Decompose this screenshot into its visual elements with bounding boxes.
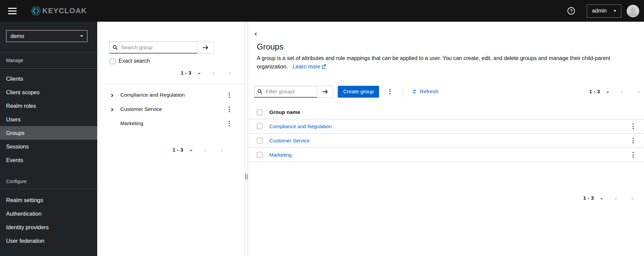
- row-kebab-menu-button[interactable]: [630, 122, 636, 131]
- configure-nav-list: Realm settings Authentication Identity p…: [0, 193, 97, 248]
- group-link-marketing[interactable]: Marketing: [269, 152, 292, 158]
- pagination-menu-toggle[interactable]: [188, 146, 194, 154]
- row-kebab-menu-button[interactable]: [630, 136, 636, 145]
- pagination-prev-button[interactable]: [614, 194, 619, 202]
- row-checkbox[interactable]: [257, 123, 263, 129]
- filter-submit-button[interactable]: [317, 86, 333, 98]
- realm-selector-section: demo: [0, 22, 97, 53]
- chevron-right-icon: [220, 149, 223, 152]
- expand-toggle-button[interactable]: [107, 93, 116, 98]
- table-pagination-top: 1 - 3: [589, 86, 641, 97]
- groups-table: Group name Compliance and Regulation Cus…: [248, 105, 644, 162]
- tree-item-label: Customer Service: [120, 106, 162, 112]
- group-tree-panel: Exact search 1 - 3 Compliance and Regula…: [97, 22, 245, 256]
- chevron-right-icon: [228, 72, 231, 75]
- masthead-right: ? admin: [567, 4, 639, 18]
- row-checkbox[interactable]: [257, 152, 263, 158]
- user-dropdown-label: admin: [592, 8, 607, 14]
- group-search-input[interactable]: [120, 44, 194, 51]
- sidebar-item-groups[interactable]: Groups: [0, 126, 97, 140]
- sidebar-item-identity-providers[interactable]: Identity providers: [0, 220, 97, 234]
- pagination-range: 1 - 3: [172, 147, 183, 153]
- masthead: KEYCLOAK ? admin: [0, 0, 644, 22]
- chevron-down-icon: [80, 35, 83, 37]
- back-button[interactable]: [254, 30, 259, 38]
- tree-item-label: Marketing: [120, 120, 143, 126]
- external-link-icon: [321, 63, 326, 71]
- page-header: Groups A group is a set of attributes an…: [257, 42, 634, 71]
- current-realm: demo: [11, 33, 24, 39]
- pagination-range: 1 - 3: [589, 89, 600, 94]
- create-group-button[interactable]: Create group: [338, 86, 379, 98]
- sidebar-item-users[interactable]: Users: [0, 113, 97, 126]
- kebab-menu-button[interactable]: [227, 91, 232, 99]
- select-all-checkbox[interactable]: [257, 110, 263, 115]
- refresh-button[interactable]: Refresh: [410, 88, 440, 95]
- group-search-submit-button[interactable]: [198, 41, 214, 54]
- help-icon[interactable]: ?: [567, 7, 575, 15]
- caret-down-icon: [190, 150, 192, 152]
- pagination-prev-button[interactable]: [620, 88, 625, 96]
- chevron-right-icon: [630, 197, 634, 200]
- row-checkbox[interactable]: [257, 138, 263, 143]
- column-header-group-name: Group name: [269, 109, 300, 115]
- pagination-next-button[interactable]: [227, 69, 232, 77]
- tree-item-marketing[interactable]: Marketing: [97, 116, 245, 131]
- exact-search-checkbox[interactable]: [110, 58, 116, 64]
- nav-toggle-button[interactable]: [6, 6, 19, 16]
- kebab-menu-button[interactable]: [227, 119, 232, 128]
- caret-down-icon: [198, 73, 201, 75]
- tree-item-label: Compliance and Regulation: [120, 92, 185, 98]
- page-title: Groups: [257, 42, 634, 52]
- divider: [104, 84, 245, 84]
- table-header-row: Group name: [248, 105, 644, 119]
- caret-down-icon: [600, 198, 603, 200]
- hamburger-icon: [8, 8, 17, 9]
- pagination-prev-button[interactable]: [211, 69, 216, 77]
- sidebar-item-clients[interactable]: Clients: [0, 72, 97, 85]
- chevron-left-icon: [255, 33, 258, 36]
- expand-toggle-button[interactable]: [107, 107, 116, 112]
- pagination-menu-toggle[interactable]: [605, 88, 610, 96]
- sidebar-item-client-scopes[interactable]: Client scopes: [0, 85, 97, 99]
- tree-item-customer-service[interactable]: Customer Service: [97, 102, 245, 116]
- sidebar-item-user-federation[interactable]: User federation: [0, 234, 97, 248]
- tree-item-compliance-and-regulation[interactable]: Compliance and Regulation: [97, 88, 245, 102]
- toolbar-kebab-menu-button[interactable]: [387, 87, 393, 96]
- pagination-menu-toggle[interactable]: [599, 194, 604, 202]
- kebab-menu-button[interactable]: [227, 105, 232, 114]
- sidebar-item-events[interactable]: Events: [0, 153, 97, 167]
- pagination-next-button[interactable]: [636, 88, 641, 96]
- row-kebab-menu-button[interactable]: [630, 151, 636, 159]
- keycloak-logo-icon: [27, 5, 42, 17]
- refresh-icon: [412, 89, 417, 94]
- chevron-left-icon: [204, 149, 208, 152]
- keycloak-logo[interactable]: KEYCLOAK: [27, 5, 87, 17]
- sidebar-item-authentication[interactable]: Authentication: [0, 207, 97, 220]
- avatar[interactable]: [627, 5, 639, 17]
- sidebar-item-realm-settings[interactable]: Realm settings: [0, 193, 97, 207]
- pagination-next-button[interactable]: [219, 146, 224, 154]
- sidebar-item-sessions[interactable]: Sessions: [0, 140, 97, 153]
- pagination-prev-button[interactable]: [203, 146, 208, 154]
- brand-text: KEYCLOAK: [42, 6, 87, 15]
- learn-more-link[interactable]: Learn more: [293, 64, 326, 70]
- realm-selector[interactable]: demo: [6, 30, 87, 42]
- search-icon: [113, 45, 118, 50]
- sidebar-item-realm-roles[interactable]: Realm roles: [0, 99, 97, 113]
- keycloak-admin-console: KEYCLOAK ? admin demo: [0, 0, 644, 256]
- chevron-down-icon: [614, 10, 616, 12]
- nav-section-manage: Manage: [0, 53, 97, 68]
- user-dropdown[interactable]: admin: [587, 4, 621, 18]
- group-link-compliance-and-regulation[interactable]: Compliance and Regulation: [269, 123, 332, 129]
- chevron-right-icon: [110, 94, 113, 97]
- search-icon: [257, 89, 262, 94]
- exact-search-option: Exact search: [110, 58, 150, 64]
- pagination-range: 1 - 3: [181, 70, 191, 76]
- pagination-menu-toggle[interactable]: [196, 69, 202, 77]
- group-link-customer-service[interactable]: Customer Service: [269, 138, 310, 143]
- filter-box: [254, 86, 317, 98]
- filter-groups-input[interactable]: [265, 88, 314, 95]
- pagination-next-button[interactable]: [629, 194, 635, 202]
- exact-search-label: Exact search: [119, 58, 150, 64]
